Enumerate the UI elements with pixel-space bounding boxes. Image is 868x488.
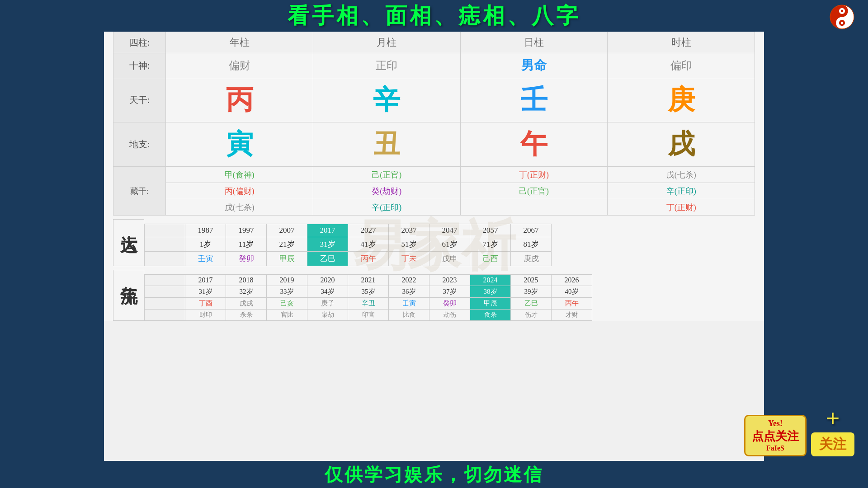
- ly4-year: 2020: [307, 275, 348, 286]
- ri-tiangan: 壬: [460, 78, 608, 122]
- subscribe-badge[interactable]: Yes! 点点关注 FaIeS: [744, 415, 807, 456]
- shi-canggan2: 辛(正印): [608, 183, 755, 199]
- footer: 仅供学习娱乐，切勿迷信: [0, 461, 868, 488]
- dayun-label: 大运: [113, 219, 144, 266]
- ly8-gz: 甲辰: [470, 298, 511, 310]
- ly5-age: 35岁: [348, 286, 389, 298]
- ly8-age: 38岁: [470, 286, 511, 298]
- ri-dizhi: 午: [460, 122, 608, 167]
- nian-pillar-header: 年柱: [166, 32, 313, 53]
- liuyun-year-row: 2017 2018 2019 2020 2021 2022 2023 2024 …: [145, 275, 592, 286]
- dy3-year: 2007: [267, 224, 307, 237]
- dy3-age: 21岁: [267, 237, 307, 252]
- ly2-age: 32岁: [226, 286, 267, 298]
- logo-icon: [830, 5, 854, 29]
- dy6-age: 51岁: [389, 237, 429, 252]
- sipillar-label: 四柱:: [113, 32, 166, 53]
- footer-text: 仅供学习娱乐，切勿迷信: [325, 462, 543, 487]
- dy5-age: 41岁: [348, 237, 389, 252]
- liuyun-table: 2017 2018 2019 2020 2021 2022 2023 2024 …: [144, 274, 592, 321]
- nian-canggan1: 甲(食神): [166, 167, 313, 183]
- ly2-gz: 戊戌: [226, 298, 267, 310]
- fales-text: FaIeS: [752, 444, 799, 452]
- dy3-gz: 甲辰: [267, 252, 307, 266]
- yue-canggan2: 癸(劫财): [313, 183, 460, 199]
- ly5-fate: 印官: [348, 310, 389, 321]
- nian-dizhi: 寅: [166, 122, 313, 167]
- ly3-fate: 官比: [267, 310, 307, 321]
- dy9-age: 81岁: [511, 237, 552, 252]
- dy7-gz: 戊申: [429, 252, 470, 266]
- yue-dizhi-char: 丑: [373, 129, 400, 159]
- ri-canggan3: [460, 199, 608, 216]
- header: 看手相、面相、痣相、八字: [0, 0, 868, 32]
- shishen-row: 十神: 偏财 正印 男命 偏印: [113, 53, 755, 78]
- liuyun-gz-row: 丁酉 戊戌 己亥 庚子 辛丑 壬寅 癸卯 甲辰 乙巳 丙午: [145, 298, 592, 310]
- promo-area: Yes! 点点关注 FaIeS + 关注: [744, 404, 854, 456]
- shi-dizhi: 戌: [608, 122, 755, 167]
- nian-tiangan-char: 丙: [226, 85, 253, 115]
- ri-canggan1: 丁(正财): [460, 167, 608, 183]
- shi-dizhi-char: 戌: [668, 129, 695, 159]
- ly10-fate: 才财: [552, 310, 592, 321]
- ly3-year: 2019: [267, 275, 307, 286]
- dy5-gz: 丙午: [348, 252, 389, 266]
- ri-dizhi-char: 午: [520, 129, 547, 159]
- nian-shishen: 偏财: [166, 53, 313, 78]
- dy7-year: 2047: [429, 224, 470, 237]
- dy1-gz: 壬寅: [185, 252, 226, 266]
- ly10-gz: 丙午: [552, 298, 592, 310]
- dy9-gz: 庚戌: [511, 252, 552, 266]
- dayun-section: 大运 1987 1997 2007 2017 2027 2037 2047 20…: [104, 216, 764, 266]
- ly2-fate: 杀杀: [226, 310, 267, 321]
- yes-text: Yes!: [752, 419, 799, 428]
- dy2-gz: 癸卯: [226, 252, 267, 266]
- yue-shishen: 正印: [313, 53, 460, 78]
- yue-canggan1-text: 己(正官): [372, 170, 401, 179]
- tiangan-label: 天干:: [113, 78, 166, 122]
- bazi-table: 四柱: 年柱 月柱 日柱 时柱 十神: 偏财 正印 男命 偏印 天干: 丙: [113, 32, 755, 216]
- ly9-gz: 乙巳: [511, 298, 552, 310]
- dy6-gz: 丁未: [389, 252, 429, 266]
- nian-tiangan: 丙: [166, 78, 313, 122]
- ly6-gz: 壬寅: [389, 298, 429, 310]
- dy6-year: 2037: [389, 224, 429, 237]
- liuyun-section: 流年 2017 2018 2019 2020 2021 2022 2023 20…: [104, 266, 764, 321]
- shi-canggan3: 丁(正财): [608, 199, 755, 216]
- shi-canggan3-text: 丁(正财): [666, 203, 696, 212]
- ly4-gz: 庚子: [307, 298, 348, 310]
- dy4-year: 2017: [307, 224, 348, 237]
- dy1-year: 1987: [185, 224, 226, 237]
- yue-tiangan: 辛: [313, 78, 460, 122]
- nian-canggan1-text: 甲(食神): [225, 170, 255, 179]
- bazi-section: 四柱: 年柱 月柱 日柱 时柱 十神: 偏财 正印 男命 偏印 天干: 丙: [104, 32, 764, 216]
- ly4-age: 34岁: [307, 286, 348, 298]
- liuyun-fate-row: 财印 杀杀 官比 枭劫 印官 比食 劫伤 食杀 伤才 才财: [145, 310, 592, 321]
- ly5-gz: 辛丑: [348, 298, 389, 310]
- ly4-fate: 枭劫: [307, 310, 348, 321]
- ly9-fate: 伤才: [511, 310, 552, 321]
- ly1-gz: 丁酉: [185, 298, 226, 310]
- dy7-age: 61岁: [429, 237, 470, 252]
- ly1-fate: 财印: [185, 310, 226, 321]
- ly10-year: 2026: [552, 275, 592, 286]
- yue-dizhi: 丑: [313, 122, 460, 167]
- shi-shishen: 偏印: [608, 53, 755, 78]
- nian-canggan3-text: 戊(七杀): [225, 203, 255, 212]
- guanzhu-button[interactable]: 关注: [811, 432, 854, 456]
- yue-canggan1: 己(正官): [313, 167, 460, 183]
- svg-point-3: [841, 10, 844, 13]
- yue-canggan2-text: 癸(劫财): [372, 187, 401, 196]
- dy1-age: 1岁: [185, 237, 226, 252]
- nian-canggan3: 戊(七杀): [166, 199, 313, 216]
- ly1-year: 2017: [185, 275, 226, 286]
- ri-canggan2-text: 己(正官): [519, 187, 549, 196]
- dayun-gz-row: 壬寅 癸卯 甲辰 乙巳 丙午 丁未 戊申 己酉 庚戌: [145, 252, 552, 266]
- tiangan-row: 天干: 丙 辛 壬 庚: [113, 78, 755, 122]
- main-content: 易家祈 四柱: 年柱 月柱 日柱 时柱 十神: 偏财 正印 男命 偏印: [104, 32, 764, 461]
- dayun-age-row: 1岁 11岁 21岁 31岁 41岁 51岁 61岁 71岁 81岁: [145, 237, 552, 252]
- ri-pillar-header: 日柱: [460, 32, 608, 53]
- ly6-fate: 比食: [389, 310, 429, 321]
- nian-canggan2-text: 丙(偏财): [225, 187, 255, 196]
- dizhi-row: 地支: 寅 丑 午 戌: [113, 122, 755, 167]
